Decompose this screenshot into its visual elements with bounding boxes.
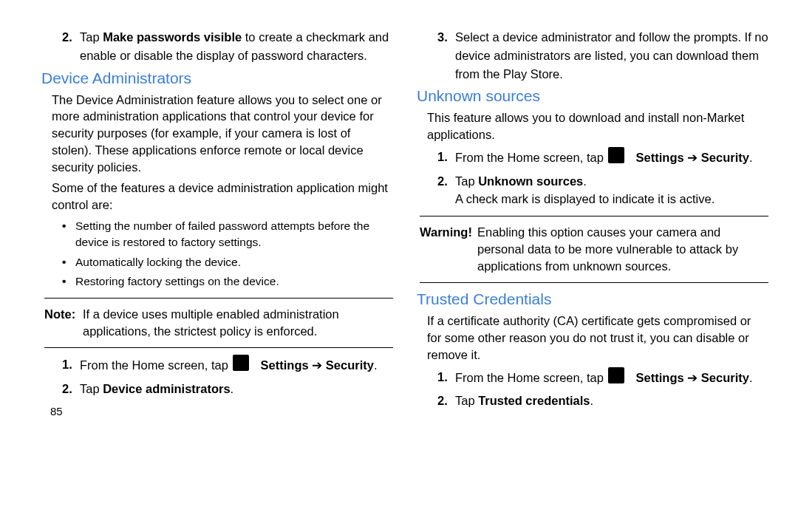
list-item: 1. From the Home screen, tap Settings ➔ … <box>437 148 768 169</box>
body-text: Some of the features a device administra… <box>52 180 393 214</box>
page-number: 85 <box>50 405 393 417</box>
warning-text: Enabling this option causes your camera … <box>477 224 768 275</box>
list-item: 2. Tap Trusted credentials. <box>437 392 768 410</box>
list-item: 1. From the Home screen, tap Settings ➔ … <box>62 355 393 377</box>
note-label: Note: <box>44 306 83 340</box>
divider <box>44 298 393 299</box>
device-admin-steps-continued: 3. Select a device administrator and fol… <box>437 28 768 83</box>
note-block: Note: If a device uses multiple enabled … <box>44 306 393 340</box>
body-text: The Device Administration feature allows… <box>52 92 393 176</box>
note-text: If a device uses multiple enabled admini… <box>83 306 393 340</box>
body-text: This feature allows you to download and … <box>427 109 768 143</box>
warning-label: Warning! <box>420 224 477 275</box>
device-admin-steps: 1. From the Home screen, tap Settings ➔ … <box>62 355 393 398</box>
body-text: If a certificate authority (CA) certific… <box>427 313 768 363</box>
list-item: Setting the number of failed password at… <box>62 218 393 251</box>
heading-unknown-sources: Unknown sources <box>417 87 768 105</box>
divider <box>420 216 768 216</box>
divider <box>44 347 393 348</box>
list-item: 1. From the Home screen, tap Settings ➔ … <box>437 368 768 389</box>
manual-page: 2. Tap Make passwords visible to create … <box>0 0 798 432</box>
list-item: 2. Tap Unknown sources. A check mark is … <box>437 172 768 209</box>
apps-grid-icon <box>608 367 624 389</box>
right-column: 3. Select a device administrator and fol… <box>420 24 768 417</box>
apps-grid-icon <box>233 355 249 376</box>
divider <box>420 282 768 283</box>
list-item: Restoring factory settings on the device… <box>62 273 393 290</box>
feature-bullets: Setting the number of failed password at… <box>62 218 393 290</box>
list-item: 2. Tap Make passwords visible to create … <box>62 28 393 65</box>
list-item: Automatically locking the device. <box>62 254 393 270</box>
passwords-steps-continued: 2. Tap Make passwords visible to create … <box>62 28 393 65</box>
unknown-sources-steps: 1. From the Home screen, tap Settings ➔ … <box>437 148 768 208</box>
apps-grid-icon <box>608 147 624 168</box>
heading-device-administrators: Device Administrators <box>41 69 393 87</box>
list-item: 2. Tap Device administrators. <box>62 380 393 398</box>
warning-block: Warning! Enabling this option causes you… <box>420 224 768 275</box>
trusted-credentials-steps: 1. From the Home screen, tap Settings ➔ … <box>437 368 768 411</box>
list-item: 3. Select a device administrator and fol… <box>437 28 768 83</box>
left-column: 2. Tap Make passwords visible to create … <box>44 24 393 417</box>
heading-trusted-credentials: Trusted Credentials <box>417 290 768 308</box>
